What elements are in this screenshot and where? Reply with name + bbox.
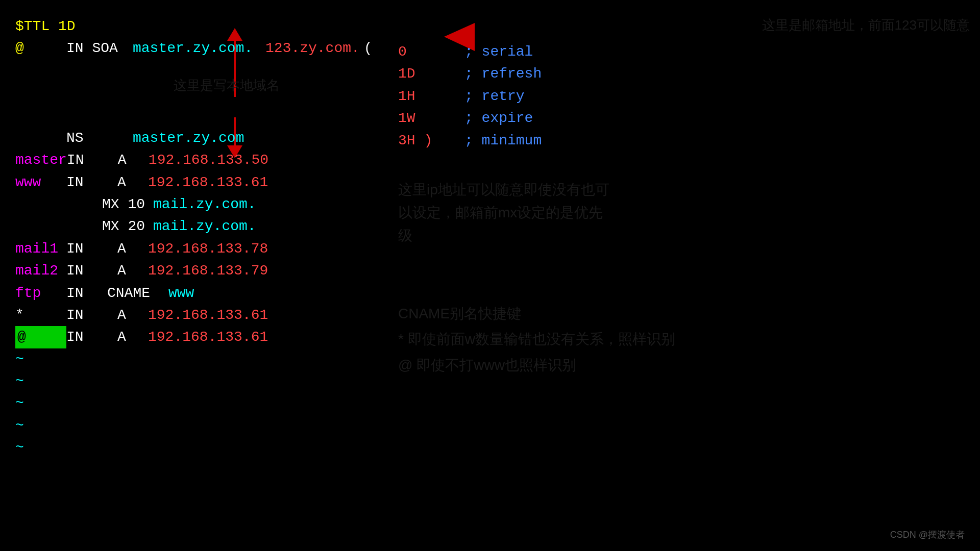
ftp-value: www — [163, 282, 194, 304]
www-in: IN — [66, 171, 102, 193]
watermark: CSDN @摆渡使者 — [890, 529, 965, 541]
serial-num: 0 — [398, 41, 439, 63]
at2-name: @ — [15, 326, 66, 348]
explanation-area: 这里是邮箱地址，前面123可以随意 0 ; serial 1D ; refres… — [388, 0, 980, 551]
tilde-4: ~ — [15, 415, 24, 437]
star-line: * IN A 192.168.133.61 — [15, 304, 378, 326]
tilde-line-3: ~ — [15, 392, 378, 414]
at2-ip: 192.168.133.61 — [148, 326, 268, 348]
at2-line: @ IN A 192.168.133.61 — [15, 326, 378, 348]
ns-label: NS — [66, 127, 133, 149]
serial-line: 0 ; serial — [398, 41, 542, 63]
main-container: $TTL 1D @ IN SOA master.zy.com. 123.zy.c… — [0, 0, 980, 551]
ip-annotation-text: 这里ip地址可以随意即使没有也可以设定，邮箱前mx设定的是优先级 — [398, 182, 609, 243]
www-ip: 192.168.133.61 — [148, 171, 268, 193]
retry-num: 1H — [398, 85, 439, 107]
master-name: master — [15, 149, 67, 171]
tilde-5: ~ — [15, 437, 24, 459]
ftp-line: ftp IN CNAME www — [15, 282, 378, 304]
ftp-cname: CNAME — [102, 282, 163, 304]
master-in: IN — [67, 149, 103, 171]
mx10-label: MX 10 — [102, 193, 153, 215]
refresh-label: ; refresh — [464, 63, 542, 85]
open-paren: ( — [364, 37, 373, 59]
master-domain: master.zy.com. — [133, 37, 265, 59]
minimum-num: 3H ) — [398, 130, 439, 152]
ttl-text: $TTL 1D — [15, 15, 76, 37]
cname-note-text: CNAME别名快捷键 — [398, 301, 675, 327]
mx10-value: mail.zy.com. — [153, 193, 256, 215]
mail2-name: mail2 — [15, 260, 66, 282]
tilde-line-2: ~ — [15, 370, 378, 392]
star-ip: 192.168.133.61 — [148, 304, 268, 326]
email-annotation-text: 这里是邮箱地址，前面123可以随意 — [762, 17, 970, 33]
star-note-text: * 即使前面w数量输错也没有关系，照样识别 — [398, 327, 675, 352]
star-in: IN — [66, 304, 102, 326]
expire-num: 1W — [398, 107, 439, 129]
refresh-num: 1D — [398, 63, 439, 85]
mail1-line: mail1 IN A 192.168.133.78 — [15, 238, 378, 260]
at2-in: IN — [66, 326, 102, 348]
www-a-line: www IN A 192.168.133.61 — [15, 171, 378, 193]
ttl-line: $TTL 1D — [15, 15, 378, 37]
mx20-value: mail.zy.com. — [153, 215, 256, 237]
mx20-label: MX 20 — [102, 215, 153, 237]
mail1-in: IN — [66, 238, 102, 260]
minimum-line: 3H ) ; minimum — [398, 130, 542, 152]
in-soa: IN SOA — [66, 37, 133, 59]
mail1-name: mail1 — [15, 238, 66, 260]
mx10-line: MX 10 mail.zy.com. — [15, 193, 378, 215]
master-a: A — [103, 149, 149, 171]
ns-line: NS master.zy.com — [15, 127, 378, 149]
tilde-3: ~ — [15, 392, 24, 414]
at-note-text: @ 即使不打www也照样识别 — [398, 353, 675, 378]
tilde-line-5: ~ — [15, 437, 378, 459]
www-name: www — [15, 171, 66, 193]
watermark-text: CSDN @摆渡使者 — [890, 530, 965, 540]
ftp-name: ftp — [15, 282, 66, 304]
minimum-label: ; minimum — [464, 130, 542, 152]
star-a: A — [102, 304, 148, 326]
at-symbol: @ — [15, 37, 66, 59]
email-annotation: 这里是邮箱地址，前面123可以随意 — [762, 16, 970, 34]
mail2-in: IN — [66, 260, 102, 282]
soa-values-box: 0 ; serial 1D ; refresh 1H ; retry 1W ; … — [398, 41, 542, 152]
tilde-line-1: ~ — [15, 348, 378, 370]
soa-line: @ IN SOA master.zy.com. 123.zy.com. ( — [15, 37, 378, 59]
cname-annotation: CNAME别名快捷键 * 即使前面w数量输错也没有关系，照样识别 @ 即使不打w… — [398, 301, 675, 378]
email-domain: 123.zy.com. — [265, 37, 360, 59]
tilde-1: ~ — [15, 348, 24, 370]
mx20-line: MX 20 mail.zy.com. — [15, 215, 378, 237]
refresh-line: 1D ; refresh — [398, 63, 542, 85]
domain-annotation: 这里是写本地域名 — [174, 77, 280, 94]
mail2-line: mail2 IN A 192.168.133.79 — [15, 260, 378, 282]
mail2-a: A — [102, 260, 148, 282]
expire-line: 1W ; expire — [398, 107, 542, 129]
ftp-in: IN — [66, 282, 102, 304]
expire-label: ; expire — [464, 107, 533, 129]
www-a: A — [102, 171, 148, 193]
mail2-ip: 192.168.133.79 — [148, 260, 268, 282]
tilde-line-4: ~ — [15, 415, 378, 437]
mail1-ip: 192.168.133.78 — [148, 238, 268, 260]
serial-label: ; serial — [464, 41, 533, 63]
master-ip: 192.168.133.50 — [149, 149, 268, 171]
ns-value: master.zy.com — [133, 127, 244, 149]
domain-annotation-text: 这里是写本地域名 — [174, 78, 280, 93]
star-name: * — [15, 304, 66, 326]
at2-a: A — [102, 326, 148, 348]
retry-line: 1H ; retry — [398, 85, 542, 107]
master-a-line: master IN A 192.168.133.50 — [15, 149, 378, 171]
spacer3 — [15, 105, 378, 127]
retry-label: ; retry — [464, 85, 525, 107]
mail1-a: A — [102, 238, 148, 260]
ip-annotation: 这里ip地址可以随意即使没有也可以设定，邮箱前mx设定的是优先级 — [398, 179, 609, 247]
tilde-2: ~ — [15, 370, 24, 392]
